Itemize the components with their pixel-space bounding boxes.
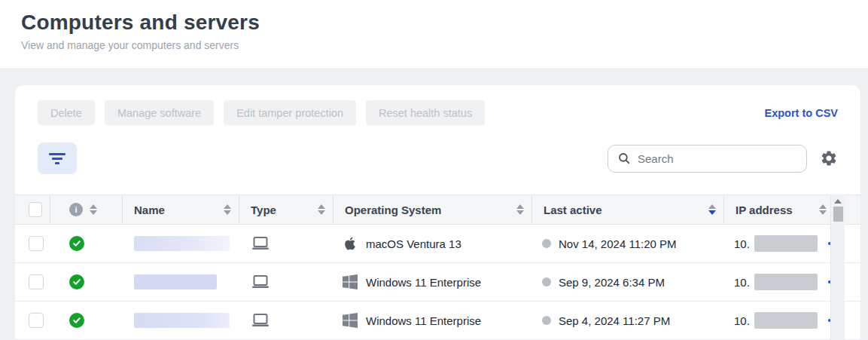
- reset-health-status-button[interactable]: Reset health status: [366, 100, 485, 125]
- apple-icon: [343, 235, 358, 252]
- sort-arrows-icon[interactable]: [90, 204, 97, 215]
- info-icon: i: [69, 203, 83, 216]
- table-controls: [15, 125, 860, 174]
- last-active-value: Sep 9, 2024 6:34 PM: [559, 276, 665, 289]
- redacted-device-name: [134, 236, 230, 251]
- search-icon: [617, 152, 631, 165]
- os-label: Windows 11 Enterprise: [366, 314, 481, 327]
- devices-card: Delete Manage software Edit tamper prote…: [15, 85, 860, 340]
- search-box: [608, 145, 807, 173]
- export-to-csv-link[interactable]: Export to CSV: [765, 107, 838, 119]
- row-checkbox[interactable]: [29, 274, 44, 289]
- edit-tamper-protection-button[interactable]: Edit tamper protection: [224, 100, 356, 125]
- header-last-active[interactable]: Last active: [532, 195, 724, 224]
- computer-icon: [251, 312, 270, 329]
- header-type[interactable]: Type: [239, 195, 333, 224]
- windows-icon: [343, 274, 358, 289]
- os-label: macOS Ventura 13: [366, 237, 461, 250]
- bulk-actions-toolbar: Delete Manage software Edit tamper prote…: [15, 85, 860, 125]
- ip-prefix: 10.: [734, 314, 750, 327]
- sort-arrows-icon[interactable]: [819, 204, 827, 215]
- scroll-up-icon[interactable]: [834, 199, 842, 204]
- manage-software-button[interactable]: Manage software: [105, 100, 214, 125]
- redacted-ip: [754, 235, 818, 252]
- ip-prefix: 10.: [734, 237, 750, 250]
- table-row[interactable]: Windows 11 Enterprise Sep 4, 2024 11:27 …: [15, 302, 860, 340]
- settings-button[interactable]: [820, 149, 838, 167]
- computer-icon: [251, 274, 270, 290]
- row-checkbox[interactable]: [29, 313, 44, 328]
- sort-arrows-icon[interactable]: [318, 204, 325, 215]
- sort-arrows-icon-active[interactable]: [708, 204, 716, 215]
- activity-status-icon: [542, 277, 551, 286]
- computer-icon: [251, 235, 270, 252]
- search-input[interactable]: [638, 152, 797, 165]
- gear-icon: [820, 149, 838, 167]
- header-health[interactable]: i: [50, 195, 123, 224]
- table-scrollbar[interactable]: [830, 195, 845, 340]
- table-row[interactable]: Windows 11 Enterprise Sep 9, 2024 6:34 P…: [15, 263, 860, 302]
- table-header-row: i Name Type Operating System Last active: [15, 195, 860, 225]
- devices-table: i Name Type Operating System Last active: [15, 195, 860, 340]
- redacted-device-name: [134, 313, 230, 328]
- filter-icon: [49, 153, 65, 155]
- page-subtitle: View and manage your computers and serve…: [21, 39, 868, 51]
- page-title: Computers and servers: [21, 11, 868, 35]
- header-operating-system[interactable]: Operating System: [333, 195, 532, 224]
- activity-status-icon: [542, 316, 551, 325]
- content-area: Delete Manage software Edit tamper prote…: [0, 69, 868, 340]
- table-row[interactable]: macOS Ventura 13 Nov 14, 2024 11:20 PM 1…: [15, 225, 860, 263]
- scrollbar-thumb[interactable]: [833, 207, 843, 222]
- sort-arrows-icon[interactable]: [224, 204, 231, 215]
- filter-button[interactable]: [38, 142, 77, 174]
- redacted-ip: [754, 312, 818, 329]
- sort-arrows-icon[interactable]: [516, 204, 524, 215]
- activity-status-icon: [542, 239, 551, 248]
- redacted-device-name: [134, 274, 217, 289]
- page-header: Computers and servers View and manage yo…: [0, 0, 868, 69]
- row-checkbox[interactable]: [29, 236, 44, 251]
- redacted-ip: [754, 274, 818, 290]
- header-name[interactable]: Name: [123, 195, 239, 224]
- last-active-value: Nov 14, 2024 11:20 PM: [559, 237, 677, 250]
- health-good-icon: [69, 313, 84, 328]
- select-all-cell: [15, 195, 50, 224]
- ip-prefix: 10.: [734, 276, 750, 289]
- health-good-icon: [69, 274, 84, 289]
- health-good-icon: [69, 236, 84, 251]
- delete-button[interactable]: Delete: [38, 100, 95, 125]
- header-ip-address[interactable]: IP address: [724, 195, 845, 224]
- select-all-checkbox[interactable]: [29, 202, 42, 217]
- last-active-value: Sep 4, 2024 11:27 PM: [559, 314, 670, 327]
- os-label: Windows 11 Enterprise: [366, 276, 481, 289]
- windows-icon: [343, 313, 358, 328]
